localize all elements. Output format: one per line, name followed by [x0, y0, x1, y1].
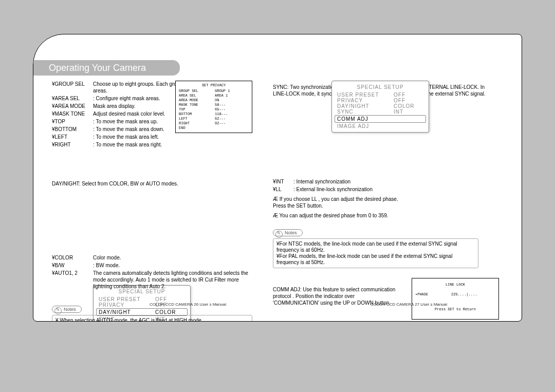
menu-key: GROUP SEL: [179, 89, 215, 94]
menu-row: GROUP SELGROUP 1: [179, 89, 249, 94]
menu-val: [394, 123, 423, 129]
lbl: ¥AREA SEL: [52, 95, 93, 102]
menu-row: MASK TONE50---: [179, 103, 249, 107]
special-setup-menu-2: SPECIAL SETUP USER PRESETOFFPRIVACYOFFDA…: [331, 81, 429, 133]
menu-row: USER PRESETOFF: [99, 296, 185, 302]
note-line: ¥For NTSC models, the line-lock mode can…: [276, 241, 475, 253]
menu-val: AREA 1: [215, 94, 249, 98]
menu-key: MASK TONE: [179, 103, 215, 107]
menu-val: 92---: [215, 121, 249, 126]
menu-val: GROUP 1: [215, 89, 249, 94]
menu-key: DAY/NIGHT: [337, 103, 394, 109]
lbl: ¥MASK TONE: [52, 110, 93, 117]
menu-val: [394, 116, 423, 122]
menu-title: SET PRIVACY: [179, 83, 249, 88]
manual-page: Operating Your Camera ¥GROUP SELChoose u…: [33, 34, 522, 322]
set-privacy-menu: SET PRIVACY GROUP SELGROUP 1AREA SELAREA…: [175, 81, 252, 133]
menu-key: END: [179, 126, 215, 130]
lbl: ¥TOP: [52, 118, 93, 125]
menu-key: IMAGE ADJ: [337, 123, 394, 129]
menu-row: AREA SELAREA 1: [179, 94, 249, 98]
menu-row: AREA MODEON: [179, 98, 249, 103]
menu-val: OFF: [394, 92, 423, 98]
menu-row: COMM ADJ: [335, 116, 425, 122]
menu-key: LEFT: [179, 117, 215, 121]
menu-row: BOTTOM110---: [179, 112, 249, 117]
footer-right: COLOR CCD CAMERA 27 User s Manual: [371, 302, 447, 307]
ll-note-1: Æ If you choose LL , you can adjust the …: [273, 196, 406, 209]
menu-row: LEFT62---: [179, 117, 249, 121]
menu-row: PRIVACYOFF: [337, 98, 423, 103]
menu-row: IMAGE ADJ: [337, 123, 423, 129]
txt: : BW mode.: [93, 262, 252, 269]
menu-val: 50---: [215, 103, 249, 107]
sync-details: ¥INT: Internal synchronization ¥LL: Exte…: [273, 178, 509, 221]
txt: The camera automatically detects lightin…: [93, 270, 252, 290]
privacy-params: ¥GROUP SELChoose up to eight groups. Eac…: [52, 81, 252, 149]
menu-row: SYNCINT: [337, 109, 423, 115]
notes-box: ¥ When selecting AUTO2 mode, the AGC is …: [52, 315, 252, 322]
menu-val: COLOR: [394, 103, 423, 109]
lbl: ¥AREA MODE: [52, 103, 93, 109]
menu-key: TOP: [179, 107, 215, 112]
menu-val: 110---: [215, 112, 249, 117]
menu-row: RIGHT92---: [179, 121, 249, 126]
lbl: ¥GROUP SEL: [52, 81, 93, 94]
menu-key: COMM ADJ: [337, 116, 394, 122]
txt: : To move the mask area left.: [93, 134, 252, 140]
txt: : External line-lock synchronization: [293, 186, 406, 193]
menu-val: ON: [215, 98, 249, 103]
lbl: ¥BOTTOM: [52, 126, 93, 133]
menu-key: BOTTOM: [179, 112, 215, 117]
outer-frame: Operating Your Camera ¥GROUP SELChoose u…: [18, 18, 536, 337]
notes-box: ¥For NTSC models, the line-lock mode can…: [273, 238, 478, 268]
content-area: ¥GROUP SELChoose up to eight groups. Eac…: [52, 81, 522, 311]
menu-key: PRIVACY: [337, 98, 394, 103]
daynight-intro: DAY/NIGHT: Select from COLOR, BW or AUTO…: [52, 180, 252, 187]
lbl: ¥B/W: [52, 262, 93, 269]
daynight-block: DAY/NIGHT: Select from COLOR, BW or AUTO…: [52, 177, 252, 189]
section-header: Operating Your Camera: [33, 60, 180, 76]
menu-val: INT: [394, 109, 423, 115]
ll-note-2: Æ You can adjust the desired phase from …: [273, 212, 406, 219]
menu-row: USER PRESETOFF: [337, 92, 423, 98]
sync-block: SYNC: Two synchronization modes are avai…: [273, 81, 509, 99]
txt: Color mode.: [93, 254, 252, 261]
menu-val: 65---: [215, 107, 249, 112]
lbl: ¥INT: [273, 178, 293, 185]
menu-key: AREA SEL: [179, 94, 215, 98]
daynight-modes: ¥COLORColor mode. ¥B/W: BW mode. ¥AUTO1,…: [52, 254, 252, 291]
menu-val: 62---: [215, 117, 249, 121]
sync-notes: Notes ¥For NTSC models, the line-lock mo…: [273, 226, 509, 268]
menu-row: END: [179, 126, 249, 130]
menu-key: AREA MODE: [179, 98, 215, 103]
menu-key: USER PRESET: [99, 296, 155, 302]
lbl: ¥LEFT: [52, 134, 93, 140]
lbl: ¥COLOR: [52, 254, 93, 261]
menu-row: DAY/NIGHTCOLOR: [337, 103, 423, 109]
menu-val: [215, 126, 249, 130]
menu-key: RIGHT: [179, 121, 215, 126]
lbl: ¥LL: [273, 186, 293, 193]
note-line: ¥For PAL models, the line-lock mode can …: [276, 253, 475, 266]
footer-left: COLOR CCD CAMERA 26 User s Manual: [150, 302, 226, 307]
menu-key: USER PRESET: [337, 92, 394, 98]
lbl: ¥RIGHT: [52, 141, 93, 148]
lbl: ¥AUTO1, 2: [52, 270, 93, 290]
menu-key: SYNC: [337, 109, 394, 115]
txt: : To move the mask area right.: [93, 141, 252, 148]
menu-row: TOP65---: [179, 107, 249, 112]
txt: : Internal synchronization: [293, 178, 406, 185]
notes-label: Notes: [273, 229, 303, 236]
menu-val: OFF: [155, 296, 185, 302]
notes-label: Notes: [52, 306, 82, 313]
menu-title: SPECIAL SETUP: [337, 84, 423, 90]
menu-val: OFF: [394, 98, 423, 103]
